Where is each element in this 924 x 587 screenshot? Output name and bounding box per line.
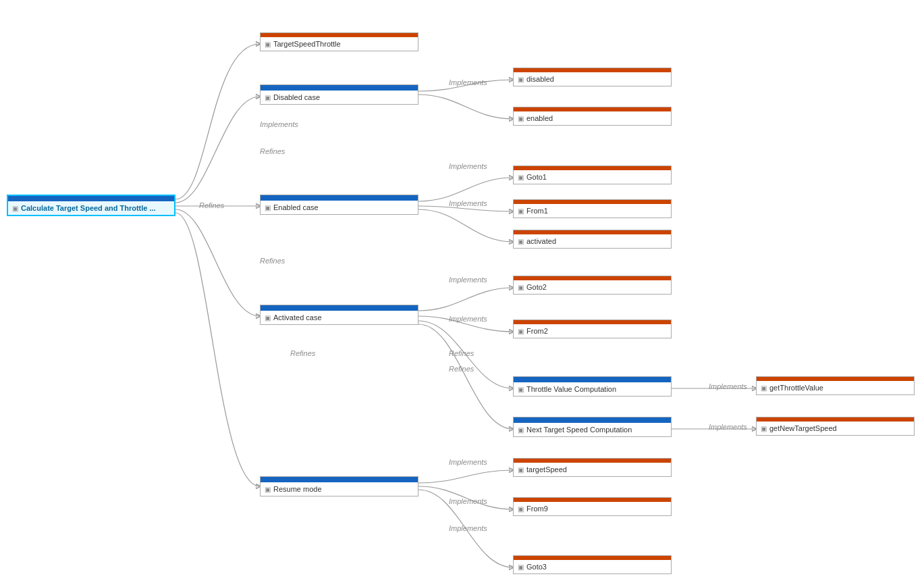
node-label-activatedCase: Activated case xyxy=(273,313,322,322)
node-label-goto1: Goto1 xyxy=(526,173,547,181)
connection-label-14: Implements xyxy=(449,458,487,466)
node-body-getNewTargetSpeed: ▣getNewTargetSpeed xyxy=(757,422,914,435)
connection-label-13: Implements xyxy=(709,423,747,431)
connection-label-16: Implements xyxy=(449,524,487,532)
node-icon-getThrottleValue: ▣ xyxy=(761,384,767,392)
node-icon-throttleValueComp: ▣ xyxy=(518,386,524,393)
node-label-calculate: Calculate Target Speed and Throttle ... xyxy=(21,204,156,212)
node-body-targetSpeedThrottle: ▣TargetSpeedThrottle xyxy=(261,37,418,51)
node-header-activatedCase xyxy=(261,305,418,311)
node-label-enabledCase: Enabled case xyxy=(273,203,319,211)
connection-label-3: Implements xyxy=(449,162,487,170)
node-body-nextTargetSpeedComp: ▣Next Target Speed Computation xyxy=(514,423,671,436)
node-getThrottleValue[interactable]: ▣getThrottleValue xyxy=(756,376,915,395)
connection-label-0: Implements xyxy=(449,78,487,86)
node-icon-calculate: ▣ xyxy=(12,205,18,212)
node-label-from2: From2 xyxy=(526,327,548,335)
node-label-disabledCase: Disabled case xyxy=(273,93,320,101)
node-body-enabled: ▣enabled xyxy=(514,111,671,125)
connection-label-11: Refines xyxy=(449,365,474,373)
node-icon-disabledCase: ▣ xyxy=(265,94,271,101)
node-icon-activated: ▣ xyxy=(518,238,524,245)
node-header-resumeMode xyxy=(261,477,418,482)
node-disabledCase[interactable]: ▣Disabled case xyxy=(260,84,418,105)
node-calculate[interactable]: ▣Calculate Target Speed and Throttle ... xyxy=(7,195,175,216)
node-icon-goto3: ▣ xyxy=(518,563,524,571)
connection-label-2: Refines xyxy=(260,147,285,155)
node-body-resumeMode: ▣Resume mode xyxy=(261,482,418,496)
node-label-from1: From1 xyxy=(526,207,548,215)
node-header-nextTargetSpeedComp xyxy=(514,417,671,423)
node-body-disabled: ▣disabled xyxy=(514,72,671,86)
node-header-throttleValueComp xyxy=(514,377,671,382)
node-body-from1: ▣From1 xyxy=(514,204,671,218)
node-icon-getNewTargetSpeed: ▣ xyxy=(761,425,767,432)
canvas: ▣Calculate Target Speed and Throttle ...… xyxy=(0,0,924,587)
node-disabled[interactable]: ▣disabled xyxy=(513,68,672,86)
node-label-goto2: Goto2 xyxy=(526,283,547,291)
node-activated[interactable]: ▣activated xyxy=(513,230,672,249)
node-label-enabled: enabled xyxy=(526,114,553,122)
node-icon-enabled: ▣ xyxy=(518,115,524,122)
node-icon-goto1: ▣ xyxy=(518,174,524,181)
node-goto3[interactable]: ▣Goto3 xyxy=(513,555,672,574)
node-body-activated: ▣activated xyxy=(514,234,671,248)
node-header-enabledCase xyxy=(261,195,418,201)
node-throttleValueComp[interactable]: ▣Throttle Value Computation xyxy=(513,376,672,397)
node-icon-resumeMode: ▣ xyxy=(265,486,271,493)
node-from1[interactable]: ▣From1 xyxy=(513,199,672,218)
node-label-targetSpeed: targetSpeed xyxy=(526,465,567,474)
node-from9[interactable]: ▣From9 xyxy=(513,497,672,516)
connection-label-4: Implements xyxy=(449,199,487,207)
node-icon-nextTargetSpeedComp: ▣ xyxy=(518,426,524,434)
connection-label-12: Implements xyxy=(709,382,747,390)
node-icon-targetSpeedThrottle: ▣ xyxy=(265,41,271,48)
node-label-disabled: disabled xyxy=(526,75,554,83)
node-targetSpeedThrottle[interactable]: ▣TargetSpeedThrottle xyxy=(260,32,418,51)
node-body-getThrottleValue: ▣getThrottleValue xyxy=(757,381,914,394)
node-getNewTargetSpeed[interactable]: ▣getNewTargetSpeed xyxy=(756,417,915,436)
connection-label-15: Implements xyxy=(449,497,487,505)
connection-label-7: Implements xyxy=(449,276,487,284)
connection-label-6: Refines xyxy=(260,257,285,265)
node-enabled[interactable]: ▣enabled xyxy=(513,107,672,126)
node-body-goto3: ▣Goto3 xyxy=(514,560,671,573)
node-resumeMode[interactable]: ▣Resume mode xyxy=(260,476,418,496)
node-label-targetSpeedThrottle: TargetSpeedThrottle xyxy=(273,40,341,48)
node-label-activated: activated xyxy=(526,237,556,245)
node-label-getNewTargetSpeed: getNewTargetSpeed xyxy=(769,424,837,432)
node-body-enabledCase: ▣Enabled case xyxy=(261,201,418,214)
node-label-getThrottleValue: getThrottleValue xyxy=(769,384,823,392)
node-icon-from9: ▣ xyxy=(518,505,524,513)
connection-label-1: Implements xyxy=(260,120,298,128)
node-header-disabledCase xyxy=(261,85,418,91)
node-body-calculate: ▣Calculate Target Speed and Throttle ... xyxy=(8,201,174,215)
connection-label-10: Refines xyxy=(449,349,474,357)
connection-label-8: Implements xyxy=(449,315,487,323)
node-goto1[interactable]: ▣Goto1 xyxy=(513,165,672,184)
node-header-calculate xyxy=(8,196,174,201)
node-label-resumeMode: Resume mode xyxy=(273,485,322,493)
node-icon-goto2: ▣ xyxy=(518,284,524,291)
node-enabledCase[interactable]: ▣Enabled case xyxy=(260,195,418,215)
connection-label-9: Refines xyxy=(290,349,315,357)
node-from2[interactable]: ▣From2 xyxy=(513,320,672,338)
node-activatedCase[interactable]: ▣Activated case xyxy=(260,305,418,325)
node-body-targetSpeed: ▣targetSpeed xyxy=(514,463,671,476)
node-label-goto3: Goto3 xyxy=(526,563,547,571)
node-label-from9: From9 xyxy=(526,505,548,513)
node-targetSpeed[interactable]: ▣targetSpeed xyxy=(513,458,672,477)
node-icon-from1: ▣ xyxy=(518,207,524,215)
node-body-goto1: ▣Goto1 xyxy=(514,170,671,184)
node-label-throttleValueComp: Throttle Value Computation xyxy=(526,385,616,393)
node-icon-targetSpeed: ▣ xyxy=(518,466,524,474)
node-goto2[interactable]: ▣Goto2 xyxy=(513,276,672,295)
node-body-from2: ▣From2 xyxy=(514,324,671,338)
node-nextTargetSpeedComp[interactable]: ▣Next Target Speed Computation xyxy=(513,417,672,437)
connection-label-5: Refines xyxy=(199,201,224,209)
node-label-nextTargetSpeedComp: Next Target Speed Computation xyxy=(526,426,632,434)
node-icon-from2: ▣ xyxy=(518,328,524,335)
node-icon-enabledCase: ▣ xyxy=(265,204,271,211)
node-icon-activatedCase: ▣ xyxy=(265,314,271,322)
node-body-disabledCase: ▣Disabled case xyxy=(261,91,418,104)
